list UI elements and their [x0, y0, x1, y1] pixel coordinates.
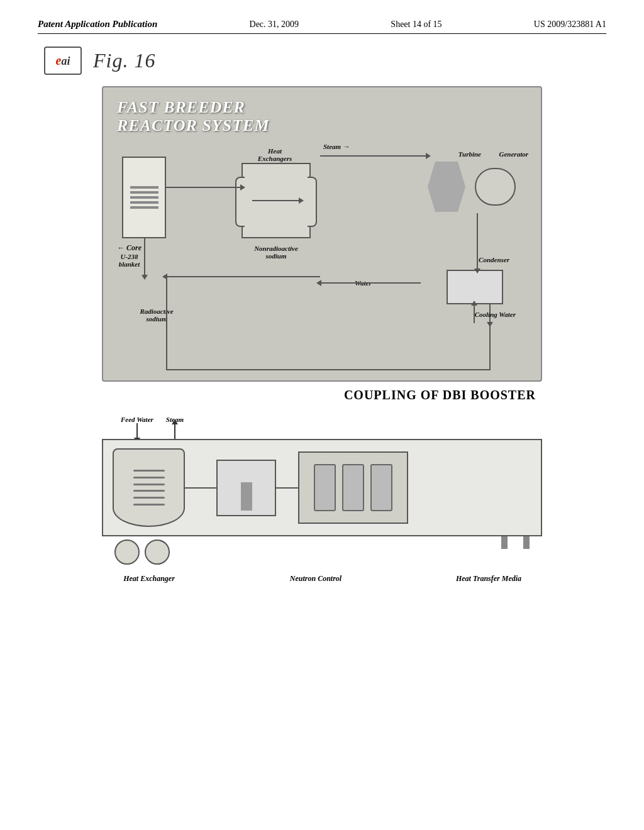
- heat-ex-flow: [252, 200, 300, 201]
- flow-line-steam: [320, 155, 427, 157]
- cooling-water-label: Cooling Water: [475, 311, 516, 318]
- condenser-arrow-down: [489, 304, 491, 323]
- boiler-vessel: [113, 448, 185, 527]
- header-publication-label: Patent Application Publication: [38, 19, 157, 30]
- condenser-label: Condenser: [479, 256, 509, 263]
- steam-arrow: [174, 423, 175, 439]
- neutron-stand: [241, 482, 252, 511]
- condenser-arrow-up: [474, 304, 475, 323]
- core-lines: [130, 186, 158, 209]
- flow-line-top: [166, 187, 242, 188]
- boiler-coil: [130, 464, 168, 511]
- flow-line-bottom: [166, 276, 320, 277]
- logo-box: eai: [44, 47, 82, 75]
- coupling-title: COUPLING OF DBI BOOSTER: [344, 388, 536, 402]
- nonradioactive-sodium-label: Nonradioactive sodium: [235, 245, 317, 260]
- steam-container: Steam: [166, 416, 184, 439]
- fig-header: eai Fig. 16: [44, 47, 606, 75]
- flow-line-bottom-right: [320, 282, 421, 284]
- generator-label: Generator: [499, 150, 528, 158]
- page: Patent Application Publication Dec. 31, …: [0, 0, 644, 830]
- coupling-title-container: COUPLING OF DBI BOOSTER: [102, 388, 542, 402]
- heat-exchanger-label: Heat Exchanger: [108, 574, 190, 584]
- hex-circle-2: [145, 540, 170, 565]
- core-box: [122, 157, 166, 238]
- htmedia-cylinder-3: [370, 464, 392, 511]
- generator-shape: [475, 168, 516, 206]
- flow-line-condenser-out: [489, 326, 491, 370]
- logo-icon: eai: [56, 53, 70, 68]
- hex-circle-1: [114, 540, 140, 565]
- header: Patent Application Publication Dec. 31, …: [38, 19, 606, 34]
- heat-exchangers-label: Heat Exchangers: [234, 147, 316, 162]
- bottom-area: [102, 536, 542, 574]
- heat-exchanger-circles: [114, 540, 170, 565]
- feed-water-container: Feed Water: [121, 416, 153, 439]
- flow-line-left-vert: [166, 276, 167, 369]
- pipe-1: [185, 487, 216, 489]
- htmedia-cylinder-1: [314, 464, 336, 511]
- bottom-labels-row: Heat Exchanger Neutron Control Heat Tran…: [102, 574, 542, 584]
- turbine-label: Turbine: [458, 150, 481, 158]
- radioactive-sodium-label: Radioactive sodium: [122, 307, 191, 323]
- core-label: ← Core U-238 blanket: [117, 243, 142, 268]
- figure-title: Fig. 16: [93, 49, 155, 72]
- flow-line-very-bottom: [166, 369, 491, 370]
- coupling-box: [102, 439, 542, 536]
- coupling-top-labels: Feed Water Steam: [102, 407, 542, 439]
- condenser-box: [447, 270, 503, 304]
- neutron-control-label: Neutron Control: [275, 574, 357, 584]
- feed-water-arrow: [136, 423, 138, 439]
- header-sheet: Sheet 14 of 15: [391, 19, 441, 30]
- heat-transfer-media-label: Heat Transfer Media: [441, 574, 536, 584]
- flow-line-left-down: [144, 238, 145, 276]
- turbine-shape: [428, 162, 465, 212]
- header-date: Dec. 31, 2009: [250, 19, 299, 30]
- pipe-2: [276, 487, 298, 489]
- feed-water-label: Feed Water: [121, 416, 153, 423]
- heat-exchangers-box: [242, 163, 311, 238]
- fbr-title: FAST BREEDER REACTOR SYSTEM: [117, 99, 270, 135]
- fbr-diagram-box: FAST BREEDER REACTOR SYSTEM ← Core U-238…: [102, 86, 542, 382]
- htmedia-cylinder-2: [342, 464, 364, 511]
- heat-ex-curve-right: [308, 177, 317, 227]
- main-diagram: FAST BREEDER REACTOR SYSTEM ← Core U-238…: [48, 86, 596, 584]
- heat-transfer-media-box: [298, 451, 408, 524]
- flow-line-right-down: [477, 213, 478, 270]
- header-patent-number: US 2009/323881 A1: [534, 19, 606, 30]
- neutron-control-box: [216, 460, 276, 516]
- steam-label: Steam →: [323, 143, 350, 150]
